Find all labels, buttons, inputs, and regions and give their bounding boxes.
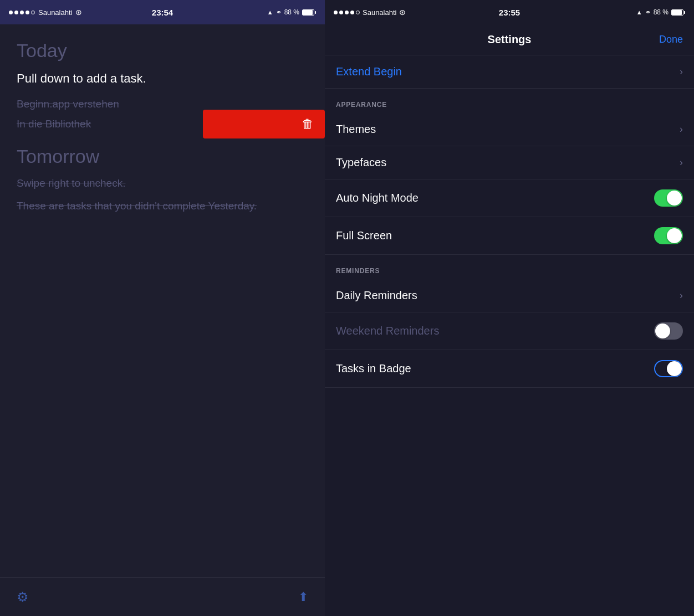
- themes-label: Themes: [336, 123, 376, 136]
- delete-button[interactable]: 🗑: [203, 110, 325, 138]
- dot2: [14, 11, 18, 14]
- rdot1: [334, 11, 338, 14]
- tasks-in-badge-row[interactable]: Tasks in Badge: [325, 350, 694, 388]
- rdot3: [345, 11, 349, 14]
- reminders-header: REMINDERS: [325, 255, 694, 279]
- wifi-icon-left: ⊛: [75, 8, 82, 17]
- tasks-in-badge-toggle[interactable]: [654, 360, 683, 377]
- auto-night-mode-toggle[interactable]: [654, 189, 683, 207]
- left-time: 23:54: [152, 8, 173, 17]
- trash-icon: 🗑: [302, 117, 314, 131]
- full-screen-label: Full Screen: [336, 229, 392, 242]
- rdot5: [356, 11, 360, 14]
- typefaces-row[interactable]: Typefaces ›: [325, 146, 694, 179]
- nav-bar: Settings Done: [325, 24, 694, 55]
- gear-icon[interactable]: ⚙: [17, 589, 29, 605]
- themes-chevron: ›: [680, 124, 683, 135]
- share-icon[interactable]: ⬆: [298, 590, 308, 604]
- auto-night-mode-row[interactable]: Auto Night Mode: [325, 179, 694, 217]
- task-text-1: Beginn.app verstehen: [17, 98, 119, 110]
- bluetooth-icon-right: ⚭: [645, 8, 651, 16]
- themes-row[interactable]: Themes ›: [325, 113, 694, 146]
- right-battery-pct: 88 %: [654, 8, 669, 16]
- status-bar-right: Saunalahti ⊛ 23:55 ▲ ⚭ 88 %: [325, 0, 694, 24]
- rdot4: [350, 11, 354, 14]
- daily-reminders-row[interactable]: Daily Reminders ›: [325, 279, 694, 312]
- left-carrier-label: Saunalahti: [38, 8, 72, 17]
- auto-night-mode-thumb: [667, 191, 682, 206]
- rdot2: [339, 11, 343, 14]
- dot1: [9, 11, 13, 14]
- daily-reminders-label: Daily Reminders: [336, 289, 417, 302]
- left-panel: Saunalahti ⊛ 23:54 ▲ ⚭ 88 % Today Pull d…: [0, 0, 325, 616]
- full-screen-toggle[interactable]: [654, 227, 683, 244]
- right-panel: Saunalahti ⊛ 23:55 ▲ ⚭ 88 % Settings Don…: [325, 0, 694, 616]
- tomorrow-task-2: These are tasks that you didn't complete…: [17, 199, 308, 214]
- wifi-icon-right: ⊛: [399, 8, 406, 17]
- right-carrier-info: Saunalahti ⊛: [334, 8, 406, 17]
- daily-reminders-chevron: ›: [680, 290, 683, 301]
- task-text-2: In die Bibliothek: [17, 118, 91, 130]
- task-item-2[interactable]: In die Bibliothek 🗑: [17, 118, 308, 130]
- weekend-reminders-label: Weekend Reminders: [336, 325, 439, 337]
- pull-down-text: Pull down to add a task.: [17, 71, 308, 86]
- battery-left: [302, 9, 316, 16]
- weekend-reminders-toggle[interactable]: [654, 322, 683, 340]
- tomorrow-section: Tomorrow Swipe right to uncheck. These a…: [17, 146, 308, 213]
- location-icon-left: ▲: [267, 9, 273, 16]
- dot3: [20, 11, 24, 14]
- appearance-header: APPEARANCE: [325, 89, 694, 113]
- dot4: [25, 11, 29, 14]
- left-battery-pct: 88 %: [284, 8, 299, 16]
- left-status-right: ▲ ⚭ 88 %: [267, 8, 316, 16]
- status-bar-left: Saunalahti ⊛ 23:54 ▲ ⚭ 88 %: [0, 0, 325, 24]
- right-status-right: ▲ ⚭ 88 %: [636, 8, 685, 16]
- typefaces-chevron: ›: [680, 157, 683, 168]
- left-content: Today Pull down to add a task. Beginn.ap…: [0, 24, 325, 577]
- settings-title: Settings: [488, 33, 532, 46]
- left-carrier-info: Saunalahti ⊛: [9, 8, 82, 17]
- task-item-1[interactable]: Beginn.app verstehen: [17, 98, 308, 110]
- full-screen-thumb: [667, 228, 682, 243]
- extend-begin-label: Extend Begin: [336, 65, 402, 78]
- tomorrow-task-1: Swipe right to uncheck.: [17, 176, 308, 191]
- right-carrier-label: Saunalahti: [363, 8, 396, 17]
- today-section-title: Today: [17, 40, 308, 61]
- weekend-reminders-thumb: [655, 324, 670, 338]
- right-time: 23:55: [499, 8, 520, 17]
- extend-begin-row[interactable]: Extend Begin ›: [325, 55, 694, 89]
- location-icon-right: ▲: [636, 9, 642, 16]
- extend-begin-chevron: ›: [680, 66, 683, 78]
- battery-right: [671, 9, 685, 16]
- auto-night-mode-label: Auto Night Mode: [336, 192, 419, 204]
- typefaces-label: Typefaces: [336, 156, 386, 169]
- dot5: [31, 11, 35, 14]
- bluetooth-icon-left: ⚭: [276, 8, 282, 16]
- signal-dots-right: [334, 11, 360, 14]
- full-screen-row[interactable]: Full Screen: [325, 217, 694, 255]
- tasks-in-badge-thumb: [667, 361, 682, 376]
- signal-dots: [9, 11, 35, 14]
- weekend-reminders-row[interactable]: Weekend Reminders: [325, 312, 694, 350]
- done-button[interactable]: Done: [659, 34, 683, 45]
- tomorrow-title: Tomorrow: [17, 146, 308, 167]
- settings-content: Extend Begin › APPEARANCE Themes › Typef…: [325, 55, 694, 616]
- bottom-bar-left: ⚙ ⬆: [0, 577, 325, 616]
- tasks-in-badge-label: Tasks in Badge: [336, 362, 411, 375]
